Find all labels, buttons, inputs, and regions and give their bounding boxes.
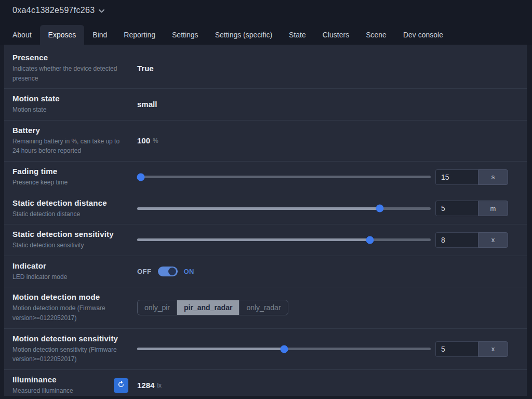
expose-description: LED indicator mode <box>12 272 123 282</box>
expose-row-static-detection-distance: Static detection distanceStatic detectio… <box>4 193 527 225</box>
tab-reporting[interactable]: Reporting <box>115 25 164 45</box>
expose-description: Motion detection mode (Firmware version>… <box>12 303 123 323</box>
tab-scene[interactable]: Scene <box>357 25 395 45</box>
expose-control: x <box>135 340 508 358</box>
expose-title: Static detection distance <box>12 198 128 207</box>
value-input[interactable] <box>435 169 478 185</box>
expose-title: Battery <box>12 126 128 135</box>
expose-row-illuminance: IlluminanceMeasured illuminance1284lx <box>4 370 527 396</box>
expose-row-motion-detection-mode: Motion detection modeMotion detection mo… <box>4 287 527 328</box>
expose-row-fading-time: Fading timePresence keep times <box>4 162 527 193</box>
refresh-button[interactable] <box>114 378 128 393</box>
expose-description: Motion state <box>12 105 123 115</box>
value-input-group: s <box>435 169 508 185</box>
segment-option-only_radar[interactable]: only_radar <box>239 300 287 315</box>
segment-option-pir_and_radar[interactable]: pir_and_radar <box>177 300 239 315</box>
value-input[interactable] <box>435 341 478 357</box>
tab-settings-specific-[interactable]: Settings (specific) <box>207 25 281 45</box>
expose-description: Measured illuminance <box>12 386 123 396</box>
expose-description: Static detection sensitivity <box>12 241 123 250</box>
chevron-down-icon <box>99 9 104 13</box>
expose-row-presence: PresenceIndicates whether the device det… <box>4 48 527 89</box>
expose-title: Static detection sensitivity <box>12 230 128 238</box>
expose-row-motion-state: Motion stateMotion statesmall <box>4 89 527 121</box>
value-input-group: m <box>435 201 508 216</box>
expose-control: OFFON <box>135 263 508 281</box>
expose-control: 1284lx <box>135 377 508 394</box>
expose-description: Static detection distance <box>12 209 123 219</box>
segment-group: only_pirpir_and_radaronly_radar <box>137 300 288 315</box>
expose-control: only_pirpir_and_radaronly_radar <box>135 299 508 316</box>
expose-control: x <box>135 231 508 249</box>
expose-description: Indicates whether the device detected pr… <box>12 64 123 83</box>
unit-addon: x <box>478 232 508 248</box>
slider-thumb[interactable] <box>366 236 374 244</box>
expose-row-motion-detection-sensitivity: Motion detection sensitivityMotion detec… <box>4 329 527 370</box>
expose-row-battery: BatteryRemaining battery in %, can take … <box>4 121 527 162</box>
exposes-panel: PresenceIndicates whether the device det… <box>4 45 527 396</box>
unit-addon: s <box>478 169 508 185</box>
tab-about[interactable]: About <box>4 25 40 45</box>
refresh-icon <box>117 381 125 390</box>
value-input[interactable] <box>435 201 478 216</box>
expose-title: Presence <box>12 53 128 62</box>
expose-control: m <box>135 200 508 217</box>
value-slider[interactable] <box>137 207 431 210</box>
tab-settings[interactable]: Settings <box>164 25 207 45</box>
expose-title: Motion detection sensitivity <box>12 334 128 343</box>
expose-value: 100 <box>137 136 150 145</box>
slider-thumb[interactable] <box>376 205 384 212</box>
value-slider[interactable] <box>137 176 431 178</box>
value-input-group: x <box>435 341 508 357</box>
expose-control: small <box>135 96 508 113</box>
expose-label: PresenceIndicates whether the device det… <box>12 53 135 83</box>
segment-option-only_pir[interactable]: only_pir <box>138 300 177 315</box>
expose-label: Motion detection modeMotion detection mo… <box>12 292 135 323</box>
expose-value: True <box>137 64 154 73</box>
top-bar: 0xa4c1382e597fc263 <box>0 0 532 21</box>
expose-value: small <box>137 100 157 109</box>
expose-label: Static detection sensitivityStatic detec… <box>12 230 135 250</box>
expose-description: Presence keep time <box>12 178 123 188</box>
tab-clusters[interactable]: Clusters <box>314 25 357 45</box>
expose-label: IndicatorLED indicator mode <box>12 261 135 282</box>
expose-label: Motion stateMotion state <box>12 94 135 115</box>
unit-addon: x <box>478 341 508 357</box>
device-title-dropdown[interactable]: 0xa4c1382e597fc263 <box>12 6 104 15</box>
slider-thumb[interactable] <box>280 345 288 353</box>
value-input[interactable] <box>435 232 478 248</box>
expose-label: Motion detection sensitivityMotion detec… <box>12 334 135 364</box>
tab-bind[interactable]: Bind <box>84 25 115 45</box>
slider-fill <box>137 348 284 350</box>
expose-description: Remaining battery in %, can take up to 2… <box>12 137 123 156</box>
expose-title: Fading time <box>12 167 128 176</box>
expose-title: Illuminance <box>12 375 128 384</box>
value-slider[interactable] <box>137 348 431 350</box>
expose-title: Indicator <box>12 261 128 270</box>
expose-control: True <box>135 59 508 77</box>
tab-state[interactable]: State <box>281 25 314 45</box>
expose-value: 1284 <box>137 381 154 390</box>
value-input-group: x <box>435 232 508 248</box>
expose-unit: % <box>153 137 158 144</box>
slider-fill <box>137 207 380 210</box>
expose-label: Static detection distanceStatic detectio… <box>12 198 135 219</box>
toggle-knob <box>168 268 176 275</box>
value-slider[interactable] <box>137 238 431 241</box>
expose-title: Motion state <box>12 94 128 103</box>
toggle-off-label[interactable]: OFF <box>137 268 152 275</box>
toggle-on-label[interactable]: ON <box>184 268 195 275</box>
slider-fill <box>137 238 370 241</box>
expose-label: BatteryRemaining battery in %, can take … <box>12 126 135 156</box>
expose-label: Fading timePresence keep time <box>12 167 135 188</box>
expose-control: s <box>135 168 508 186</box>
expose-title: Motion detection mode <box>12 292 128 301</box>
tab-dev-console[interactable]: Dev console <box>395 25 451 45</box>
unit-addon: m <box>478 201 508 216</box>
expose-row-static-detection-sensitivity: Static detection sensitivityStatic detec… <box>4 224 527 256</box>
slider-thumb[interactable] <box>137 173 145 181</box>
indicator-toggle[interactable] <box>158 267 178 276</box>
expose-control: 100% <box>135 132 508 150</box>
tab-exposes[interactable]: Exposes <box>40 25 85 45</box>
device-tab-bar: AboutExposesBindReportingSettingsSetting… <box>0 21 532 45</box>
